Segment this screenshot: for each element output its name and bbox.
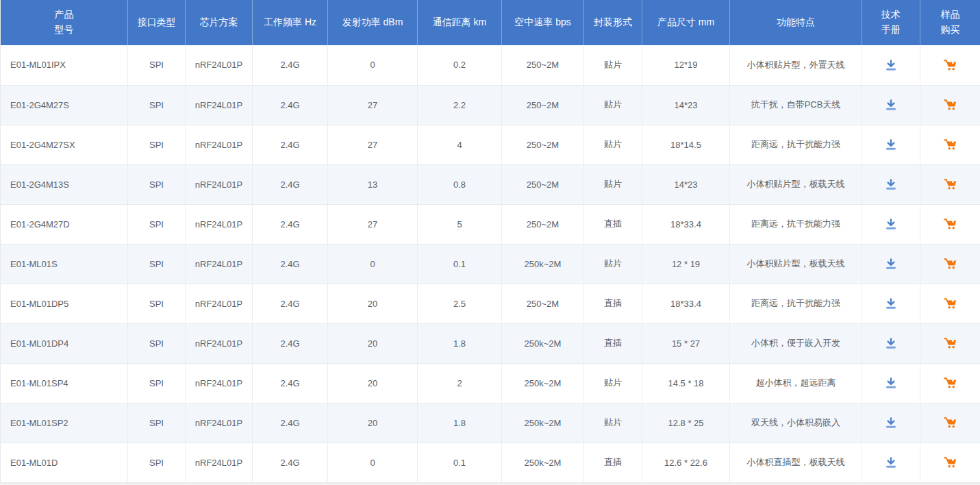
cell-product-model: E01-2G4M27S	[1, 85, 128, 125]
download-manual-link[interactable]	[881, 373, 901, 393]
cell-product-model: E01-2G4M13S	[1, 164, 128, 204]
header-row: 产品 型号 接口类型 芯片方案 工作频率 Hz 发射功率 dBm 通信距离 km…	[1, 0, 980, 45]
cell-product-size: 15 * 27	[642, 323, 730, 363]
cell-chip-solution: nRF24L01P	[186, 244, 253, 284]
download-manual-link[interactable]	[881, 135, 901, 154]
table-row: E01-ML01S SPI nRF24L01P 2.4G 0 0.1 250k~…	[1, 244, 980, 284]
col-header-chip-solution: 芯片方案	[186, 0, 253, 45]
cell-manual	[862, 164, 920, 204]
col-header-manual: 技术 手册	[862, 0, 920, 45]
table-row: E01-2G4M27D SPI nRF24L01P 2.4G 27 5 250~…	[1, 204, 980, 244]
cell-transmit-power: 27	[328, 125, 418, 164]
download-manual-link[interactable]	[881, 175, 901, 194]
buy-sample-link[interactable]	[941, 214, 960, 234]
buy-sample-link[interactable]	[941, 95, 960, 114]
cell-chip-solution: nRF24L01P	[186, 125, 253, 164]
cell-working-frequency: 2.4G	[253, 323, 328, 363]
download-manual-link[interactable]	[881, 55, 901, 75]
buy-sample-link[interactable]	[941, 453, 960, 472]
cell-product-model: E01-ML01D	[1, 443, 128, 482]
cell-comm-distance: 2.5	[418, 284, 502, 323]
cell-interface-type: SPI	[128, 85, 186, 125]
table-row: E01-ML01SP2 SPI nRF24L01P 2.4G 20 1.8 25…	[1, 403, 980, 443]
download-manual-link[interactable]	[881, 95, 901, 114]
buy-sample-link[interactable]	[941, 135, 960, 154]
buy-sample-link[interactable]	[941, 294, 960, 313]
download-manual-link[interactable]	[881, 294, 901, 313]
cell-product-size: 12 * 19	[642, 244, 730, 284]
buy-sample-link[interactable]	[941, 334, 960, 353]
cell-buy	[920, 204, 980, 244]
download-icon	[883, 216, 899, 232]
download-manual-link[interactable]	[881, 214, 901, 234]
download-icon	[883, 375, 899, 390]
cell-package-type: 贴片	[584, 85, 642, 125]
cell-working-frequency: 2.4G	[253, 284, 328, 323]
cell-comm-distance: 2	[418, 363, 502, 403]
cell-product-model: E01-2G4M27D	[1, 204, 128, 244]
cell-comm-distance: 5	[418, 204, 502, 244]
cell-features: 距离远，抗干扰能力强	[730, 204, 862, 244]
cell-package-type: 贴片	[584, 164, 642, 204]
cart-icon	[943, 137, 958, 152]
cell-buy	[920, 443, 980, 482]
cell-comm-distance: 2.2	[418, 85, 502, 125]
cell-manual	[862, 244, 920, 284]
cell-features: 小体积，便于嵌入开发	[730, 323, 862, 363]
cell-air-rate: 250k~2M	[502, 244, 584, 284]
cell-interface-type: SPI	[128, 125, 186, 164]
col-header-package-type: 封装形式	[584, 0, 642, 45]
cell-manual	[862, 45, 920, 85]
cell-chip-solution: nRF24L01P	[186, 403, 253, 443]
buy-sample-link[interactable]	[941, 373, 960, 393]
cell-features: 距离远，抗干扰能力强	[730, 125, 862, 164]
cell-transmit-power: 0	[328, 45, 418, 85]
cart-icon	[943, 455, 958, 470]
cell-comm-distance: 1.8	[418, 403, 502, 443]
cell-chip-solution: nRF24L01P	[186, 45, 253, 85]
cell-product-size: 18*33.4	[642, 204, 730, 244]
cart-icon	[943, 336, 958, 351]
cell-manual	[862, 403, 920, 443]
cell-package-type: 贴片	[584, 244, 642, 284]
download-manual-link[interactable]	[881, 254, 901, 273]
cell-features: 抗干扰，自带PCB天线	[730, 85, 862, 125]
cell-chip-solution: nRF24L01P	[186, 363, 253, 403]
download-icon	[883, 336, 899, 351]
table-row: E01-ML01IPX SPI nRF24L01P 2.4G 0 0.2 250…	[1, 45, 980, 85]
cell-interface-type: SPI	[128, 45, 186, 85]
cell-working-frequency: 2.4G	[253, 164, 328, 204]
col-header-transmit-power: 发射功率 dBm	[328, 0, 418, 45]
table-row: E01-2G4M27SX SPI nRF24L01P 2.4G 27 4 250…	[1, 125, 980, 164]
cell-buy	[920, 85, 980, 125]
cell-working-frequency: 2.4G	[253, 244, 328, 284]
cell-buy	[920, 363, 980, 403]
cell-air-rate: 250k~2M	[502, 323, 584, 363]
cell-features: 双天线，小体积易嵌入	[730, 403, 862, 443]
cell-product-size: 18*33.4	[642, 284, 730, 323]
buy-sample-link[interactable]	[941, 413, 960, 432]
table-row: E01-2G4M27S SPI nRF24L01P 2.4G 27 2.2 25…	[1, 85, 980, 125]
table-body: E01-ML01IPX SPI nRF24L01P 2.4G 0 0.2 250…	[1, 45, 980, 482]
cell-buy	[920, 403, 980, 443]
download-manual-link[interactable]	[881, 334, 901, 353]
cell-comm-distance: 0.8	[418, 164, 502, 204]
cell-buy	[920, 45, 980, 85]
cell-manual	[862, 85, 920, 125]
download-manual-link[interactable]	[881, 453, 901, 472]
buy-sample-link[interactable]	[941, 55, 960, 75]
cell-product-size: 12.6 * 22.6	[642, 443, 730, 482]
cell-interface-type: SPI	[128, 403, 186, 443]
download-icon	[883, 455, 899, 470]
cell-buy	[920, 164, 980, 204]
cell-product-size: 12.8 * 25	[642, 403, 730, 443]
cell-chip-solution: nRF24L01P	[186, 323, 253, 363]
buy-sample-link[interactable]	[941, 254, 960, 273]
cell-chip-solution: nRF24L01P	[186, 284, 253, 323]
cell-features: 小体积直插型，板载天线	[730, 443, 862, 482]
cell-manual	[862, 125, 920, 164]
cell-manual	[862, 204, 920, 244]
cell-package-type: 贴片	[584, 403, 642, 443]
buy-sample-link[interactable]	[941, 175, 960, 194]
download-manual-link[interactable]	[881, 413, 901, 432]
